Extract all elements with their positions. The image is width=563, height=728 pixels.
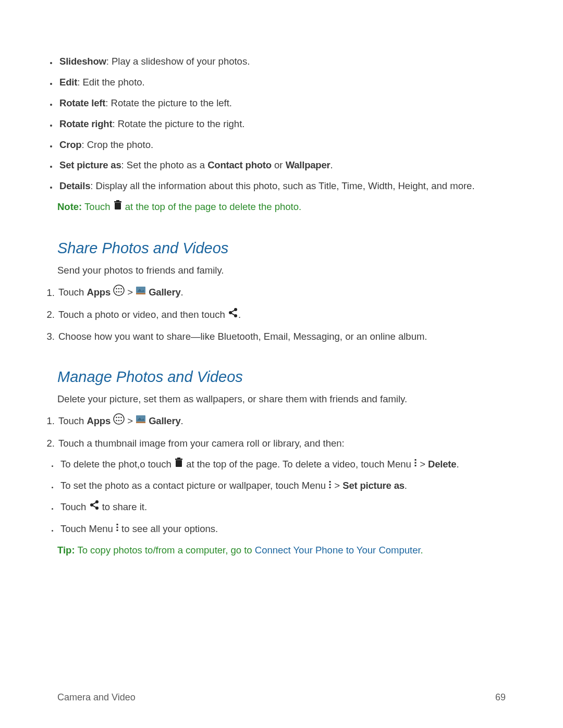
item-text: : Set the photo as a [121, 159, 208, 170]
list-item: Choose how you want to share—like Blueto… [57, 330, 506, 343]
section-heading-share: Share Photos and Videos [57, 238, 506, 259]
emph-text: Set picture as [342, 480, 405, 491]
item-text: : Play a slideshow of your photos. [106, 56, 250, 67]
trash-icon [113, 200, 123, 214]
apps-icon [113, 285, 125, 300]
document-page: Slideshow: Play a slideshow of your phot… [0, 0, 563, 728]
step-text: . [238, 309, 241, 320]
list-item: Rotate right: Rotate the picture to the … [57, 117, 506, 131]
item-text: : Rotate the picture to the right. [112, 118, 244, 129]
list-item: Edit: Edit the photo. [57, 76, 506, 89]
note-block: Note: Touch at the top of the page to de… [57, 200, 506, 215]
list-item: Details: Display all the information abo… [57, 179, 506, 193]
item-label: Details [59, 180, 90, 191]
step-text: Touch [58, 287, 87, 298]
item-label: Rotate left [59, 97, 105, 108]
options-list: Slideshow: Play a slideshow of your phot… [57, 55, 506, 193]
item-label: Crop [59, 139, 81, 150]
list-item: Touch to share it. [58, 500, 506, 515]
step-text: . [405, 480, 407, 491]
item-text: : Edit the photo. [77, 77, 145, 88]
manage-sublist: To delete the phot,o touch at the top of… [58, 458, 506, 536]
tip-end: . [421, 545, 423, 556]
section-intro: Delete your picture, set them as wallpap… [57, 392, 506, 406]
footer-page-number: 69 [495, 691, 506, 704]
emph-text: Apps [87, 415, 111, 426]
share-icon [89, 500, 100, 514]
trash-icon [174, 457, 183, 471]
step-text: Touch a thumbnail image from your camera… [58, 438, 345, 449]
note-pre: Touch [82, 201, 113, 212]
menu-icon [414, 457, 417, 471]
gallery-icon [136, 414, 146, 428]
menu-icon [116, 522, 119, 535]
step-text: Touch Menu [60, 523, 116, 534]
step-text: Touch [60, 501, 89, 512]
emph-text: Gallery [146, 415, 180, 426]
tip-pre: To copy photos to/from a computer, go to [75, 545, 255, 556]
emph-text: Contact photo [207, 159, 272, 170]
share-icon [228, 307, 238, 322]
step-text: Choose how you want to share—like Blueto… [58, 331, 427, 342]
item-label: Set picture as [59, 159, 121, 170]
list-item: Slideshow: Play a slideshow of your phot… [57, 55, 506, 68]
step-text: To delete the phot,o touch [60, 459, 174, 470]
item-text: : Crop the photo. [81, 139, 153, 150]
step-text: Touch [58, 415, 87, 426]
list-item: Touch Menu to see all your options. [58, 522, 506, 536]
step-text: at the top of the page. To delete a vide… [183, 459, 414, 470]
step-text: . [456, 459, 459, 470]
list-item: Touch Apps > Gallery. [57, 286, 506, 301]
step-text: > [125, 287, 136, 298]
step-text: . [180, 287, 183, 298]
item-text: : Rotate the picture to the left. [105, 97, 232, 108]
manage-steps: Touch Apps > Gallery. Touch a thumbnail … [57, 414, 506, 536]
emph-text: Apps [87, 287, 111, 298]
list-item: To delete the phot,o touch at the top of… [58, 458, 506, 472]
emph-text: Gallery [146, 287, 180, 298]
list-item: Touch a thumbnail image from your camera… [57, 437, 506, 536]
step-text: To set the photo as a contact picture or… [60, 480, 328, 491]
step-text: > [125, 415, 136, 426]
emph-text: Wallpaper [286, 159, 331, 170]
step-text: to share it. [100, 501, 148, 512]
item-text: or [272, 159, 286, 170]
item-label: Edit [59, 77, 77, 88]
section-heading-manage: Manage Photos and Videos [57, 366, 506, 388]
list-item: To set the photo as a contact picture or… [58, 479, 506, 493]
list-item: Rotate left: Rotate the picture to the l… [57, 96, 506, 110]
menu-icon [328, 479, 332, 492]
section-intro: Send your photos to friends and family. [57, 264, 506, 277]
apps-icon [113, 413, 125, 428]
list-item: Touch a photo or video, and then touch . [57, 308, 506, 323]
item-label: Slideshow [59, 56, 106, 67]
list-item: Touch Apps > Gallery. [57, 414, 506, 429]
item-text: . [331, 159, 333, 170]
item-text: : Display all the information about this… [90, 180, 474, 191]
list-item: Crop: Crop the photo. [57, 138, 506, 152]
item-label: Rotate right [59, 118, 112, 129]
note-label: Note: [57, 201, 82, 212]
tip-link[interactable]: Connect Your Phone to Your Computer [255, 545, 421, 556]
step-text: > [332, 480, 342, 491]
tip-block: Tip: To copy photos to/from a computer, … [57, 544, 506, 557]
step-text: to see all your options. [119, 523, 218, 534]
emph-text: Delete [428, 459, 456, 470]
step-text: Touch a photo or video, and then touch [58, 309, 228, 320]
list-item: Set picture as: Set the photo as a Conta… [57, 158, 506, 172]
note-post: at the top of the page to delete the pho… [123, 201, 302, 212]
tip-label: Tip: [57, 545, 75, 556]
step-text: > [417, 459, 428, 470]
gallery-icon [136, 285, 146, 299]
footer-section: Camera and Video [57, 691, 136, 704]
share-steps: Touch Apps > Gallery. Touch a photo or v… [57, 286, 506, 343]
step-text: . [180, 415, 183, 426]
page-footer: Camera and Video 69 [57, 691, 506, 704]
